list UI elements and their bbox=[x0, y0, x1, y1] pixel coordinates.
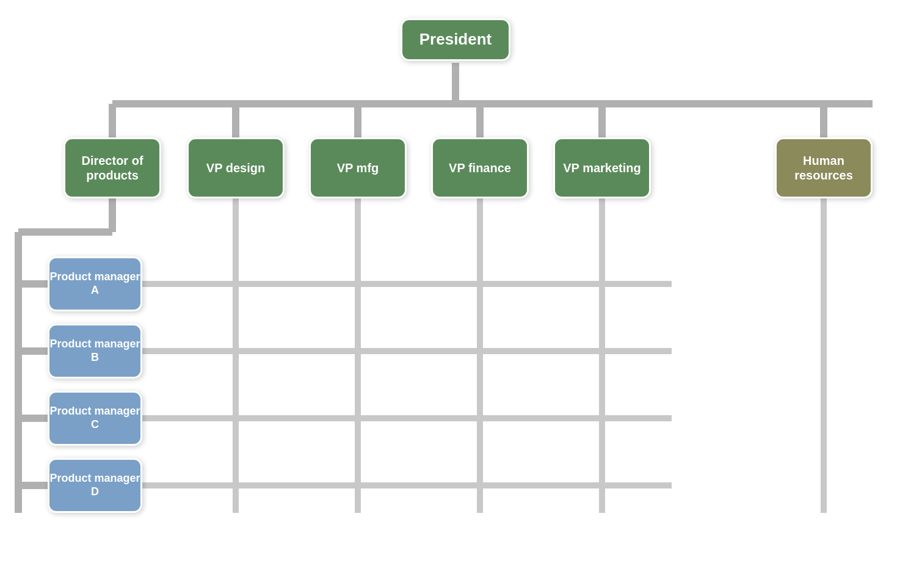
human-resources-node: Human resources bbox=[775, 137, 873, 198]
vp-mfg-node: VP mfg bbox=[309, 137, 407, 198]
director-products-node: Director of products bbox=[64, 137, 161, 198]
vp-finance-node: VP finance bbox=[431, 137, 529, 198]
pm-d-node: Product manager D bbox=[48, 458, 142, 513]
vp-design-node: VP design bbox=[187, 137, 285, 198]
pm-b-node: Product manager B bbox=[48, 324, 142, 379]
vp-marketing-node: VP marketing bbox=[553, 137, 651, 198]
pm-c-node: Product manager C bbox=[48, 391, 142, 446]
pm-a-node: Product manager A bbox=[48, 256, 142, 311]
org-chart: President Director of products VP design… bbox=[0, 0, 911, 588]
president-node: President bbox=[401, 18, 510, 61]
